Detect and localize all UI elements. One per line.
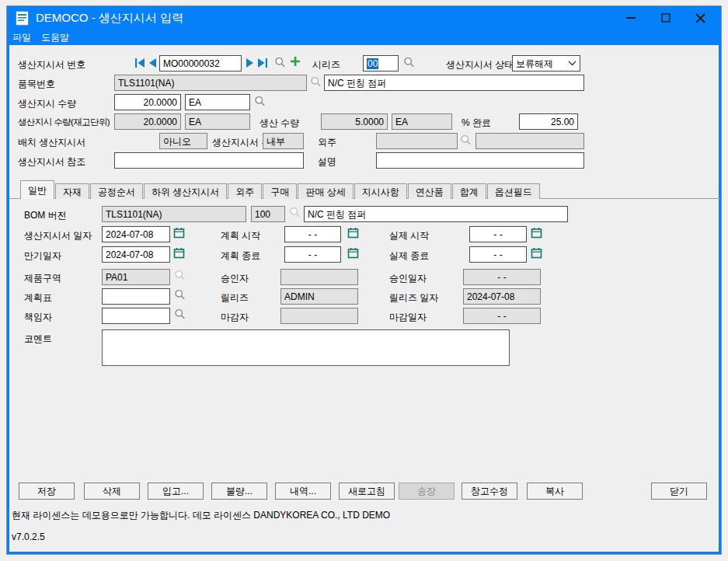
window-controls <box>613 6 718 30</box>
release-date-field: 2024-07-08 <box>463 288 541 305</box>
plan-end-label: 계획 종료 <box>221 249 260 263</box>
plan-start-calendar-icon[interactable] <box>347 227 359 239</box>
order-ref-label: 생산지시서 참조 <box>18 155 85 169</box>
produced-qty-field: 5.0000 <box>321 113 388 130</box>
titlebar[interactable]: DEMOCO - 생산지시서 입력 <box>7 6 721 30</box>
plan-end-calendar-icon[interactable] <box>347 247 359 259</box>
percent-complete-field: 25.00 <box>519 113 578 130</box>
tab-instructions[interactable]: 지시사항 <box>354 183 407 199</box>
selected-text: 00 <box>367 58 378 69</box>
tab-option-fields[interactable]: 옵션필드 <box>487 183 540 199</box>
owner-search-icon[interactable] <box>174 308 186 321</box>
bom-search-icon[interactable] <box>289 207 301 219</box>
item-desc-field[interactable]: N/C 펀칭 점퍼 <box>324 75 584 91</box>
uom-input[interactable]: EA <box>185 94 250 110</box>
approve-date-field: - - <box>463 269 541 285</box>
remarks-label: 설명 <box>318 155 336 169</box>
status-select[interactable]: 보류해제 <box>512 55 580 71</box>
actual-start-input[interactable]: - - <box>469 226 527 242</box>
product-area-field: PA01 <box>102 269 170 285</box>
tab-coproducts[interactable]: 연산품 <box>408 183 451 199</box>
defect-button[interactable]: 불량... <box>211 483 267 500</box>
order-date-input[interactable]: 2024-07-08 <box>102 226 170 242</box>
document-icon <box>16 11 29 26</box>
owner-input[interactable] <box>102 308 170 324</box>
item-search-icon[interactable] <box>310 76 322 89</box>
close-icon[interactable] <box>683 6 718 30</box>
due-date-label: 만기일자 <box>24 249 61 263</box>
next-record-icon[interactable] <box>245 57 256 68</box>
subcontract-search-icon[interactable] <box>460 134 472 147</box>
batch-order-label: 배치 생산지시서 <box>18 136 85 149</box>
remarks-input[interactable] <box>376 152 584 169</box>
tab-summary[interactable]: 합계 <box>452 183 486 199</box>
approver-field <box>280 269 358 285</box>
qty-inventory-field: 20.0000 <box>114 113 181 130</box>
production-order-no-input[interactable]: MO00000032 <box>159 55 242 71</box>
item-no-field: TLS1101(NA) <box>114 75 307 91</box>
comment-textarea[interactable] <box>102 329 510 366</box>
save-button[interactable]: 저장 <box>19 483 75 500</box>
scheduler-input[interactable] <box>102 288 170 305</box>
order-type-label: 생산지시서 유 <box>212 136 263 149</box>
search-icon[interactable] <box>274 57 287 69</box>
closer-label: 마감자 <box>221 311 249 324</box>
series-input[interactable]: 00 <box>363 55 399 71</box>
plan-start-label: 계획 시작 <box>221 229 260 242</box>
tab-routing[interactable]: 공정순서 <box>90 183 143 199</box>
warehouse-edit-button[interactable]: 창고수정 <box>462 483 517 500</box>
actual-start-calendar-icon[interactable] <box>531 227 542 239</box>
due-date-input[interactable]: 2024-07-08 <box>102 246 170 263</box>
plan-start-input[interactable]: - - <box>284 226 341 242</box>
actual-end-calendar-icon[interactable] <box>531 247 542 259</box>
release-by-field: ADMIN <box>280 288 358 305</box>
order-ref-input[interactable] <box>114 152 304 169</box>
history-button[interactable]: 내역... <box>275 483 331 500</box>
copy-button[interactable]: 복사 <box>527 483 583 500</box>
scheduler-search-icon[interactable] <box>174 289 186 301</box>
window-title: DEMOCO - 생산지시서 입력 <box>36 11 183 26</box>
tab-sales-detail[interactable]: 판매 상세 <box>298 183 353 199</box>
tab-child-orders[interactable]: 하위 생산지시서 <box>144 183 227 199</box>
refresh-button[interactable]: 새로고침 <box>339 483 395 500</box>
bom-desc-input[interactable]: N/C 펀칭 점퍼 <box>304 206 568 222</box>
close-button[interactable]: 닫기 <box>651 483 707 500</box>
uom-search-icon[interactable] <box>254 96 266 108</box>
series-search-icon[interactable] <box>403 57 416 69</box>
tab-purchase[interactable]: 구매 <box>263 183 297 199</box>
subcontract-name-field <box>475 133 584 149</box>
minimize-icon[interactable] <box>613 6 648 30</box>
qty-input[interactable]: 20.0000 <box>114 94 181 110</box>
bom-version-label: BOM 버전 <box>24 209 67 222</box>
maximize-icon[interactable] <box>648 6 683 30</box>
status-value: 보류해제 <box>516 57 553 71</box>
screen: DEMOCO - 생산지시서 입력 파일 도움말 생산지시서 번호 <box>0 0 728 561</box>
tab-subcontract[interactable]: 외주 <box>228 183 262 199</box>
due-date-calendar-icon[interactable] <box>173 247 185 259</box>
closer-field <box>280 308 358 324</box>
order-type-field: 내부 <box>263 133 304 149</box>
license-status-text: 현재 라이센스는 데모용으로만 가능합니다. 데모 라이센스 DANDYKORE… <box>12 509 390 522</box>
last-record-icon[interactable] <box>257 57 268 68</box>
tab-general[interactable]: 일반 <box>20 180 54 199</box>
approver-label: 승인자 <box>221 272 249 285</box>
first-record-icon[interactable] <box>134 57 145 68</box>
uom-inventory-field: EA <box>185 113 250 130</box>
plan-end-input[interactable]: - - <box>284 246 341 263</box>
receipt-button[interactable]: 입고... <box>148 483 204 500</box>
add-record-icon[interactable] <box>289 55 301 68</box>
tab-strip: 일반 자재 공정순서 하위 생산지시서 외주 구매 판매 상세 지시사항 연산품… <box>20 180 541 199</box>
chevron-down-icon <box>568 61 576 66</box>
bom-version-field: 100 <box>251 206 285 222</box>
actual-end-input[interactable]: - - <box>469 246 527 263</box>
menu-file[interactable]: 파일 <box>12 31 31 44</box>
item-no-label: 품목번호 <box>18 78 55 91</box>
qty-label: 생산지시 수량 <box>18 97 76 110</box>
owner-label: 책임자 <box>24 311 52 324</box>
order-date-calendar-icon[interactable] <box>173 227 185 239</box>
area-search-icon[interactable] <box>174 270 186 282</box>
menu-help[interactable]: 도움말 <box>41 31 69 44</box>
previous-record-icon[interactable] <box>147 57 158 68</box>
delete-button[interactable]: 삭제 <box>84 483 140 500</box>
tab-materials[interactable]: 자재 <box>55 183 89 199</box>
